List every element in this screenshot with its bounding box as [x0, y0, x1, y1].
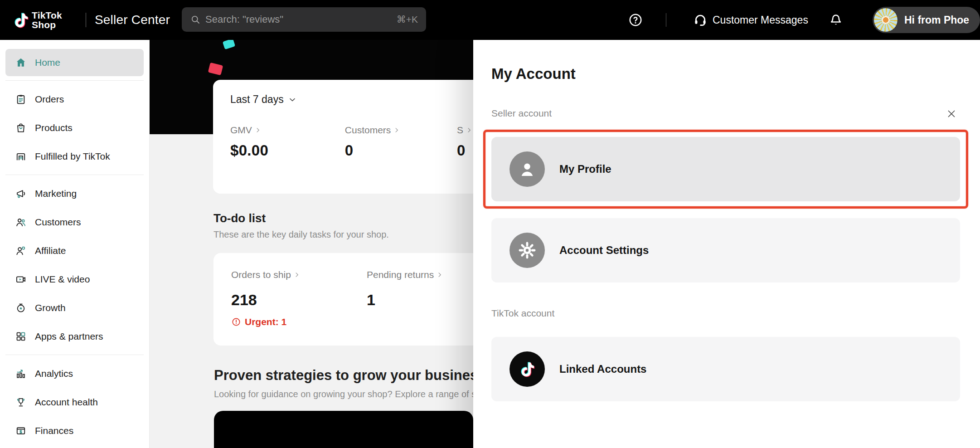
sidebar-item-label: Marketing: [35, 188, 77, 199]
profile-icon: [509, 151, 545, 187]
live-icon: [15, 273, 27, 285]
panel-item-linked-accounts[interactable]: Linked Accounts: [491, 337, 960, 401]
todo-item-pending-returns[interactable]: Pending returns1: [367, 269, 444, 346]
avatar: [873, 8, 898, 32]
todo-title: To-do list: [213, 211, 473, 225]
sidebar-item-apps-partners[interactable]: Apps & partners: [5, 322, 144, 351]
panel-body: Seller accountMy ProfileAccount Settings…: [491, 108, 960, 401]
header-divider: [86, 13, 86, 27]
sidebar-item-label: Customers: [35, 217, 81, 228]
sidebar-item-label: Analytics: [35, 368, 73, 379]
sidebar-divider: [5, 80, 144, 81]
sidebar-item-fulfilled-by-tiktok[interactable]: Fulfilled by TikTok: [5, 142, 144, 170]
metric-value: 0: [457, 142, 473, 159]
urgent-label: Urgent: 1: [245, 317, 286, 327]
sidebar-item-live-video[interactable]: LIVE & video: [5, 265, 144, 293]
analytics-icon: [15, 368, 27, 380]
overview-card: Last 7 days GMV$0.00Customers0S0: [213, 80, 473, 194]
chevron-down-icon: [287, 95, 297, 105]
strategies-subtitle: Looking for guidance on growing your sho…: [214, 389, 473, 399]
sidebar-item-products[interactable]: Products: [5, 113, 144, 142]
search-icon: [190, 14, 201, 25]
chevron-right-icon: [254, 126, 262, 134]
sidebar-item-label: LIVE & video: [35, 274, 90, 285]
sidebar-divider: [5, 175, 144, 175]
panel-item-account-settings[interactable]: Account Settings: [491, 218, 960, 282]
sidebar-item-label: Orders: [35, 94, 64, 105]
brand-line2: Shop: [32, 20, 62, 29]
marketing-icon: [15, 188, 27, 200]
sidebar-item-affiliate[interactable]: Affiliate: [5, 236, 144, 265]
my-account-panel: My Account Seller accountMy ProfileAccou…: [473, 40, 980, 448]
account-menu-button[interactable]: Hi from Phoe: [873, 7, 980, 33]
strategies-section: Proven strategies to grow your business …: [214, 367, 473, 399]
annotation-highlight: My Profile: [483, 130, 968, 209]
metrics-row: GMV$0.00Customers0S0: [230, 125, 473, 159]
greeting-label: Hi from Phoe: [904, 14, 969, 26]
orders-icon: [15, 93, 27, 105]
tiktok-shop-logo[interactable]: TikTok Shop: [12, 10, 62, 30]
metric-value: $0.00: [230, 142, 345, 159]
health-icon: [15, 396, 27, 408]
metric-customers[interactable]: Customers0: [345, 125, 457, 159]
sidebar-item-marketing[interactable]: Marketing: [5, 179, 144, 208]
metric-label: Customers: [345, 125, 391, 136]
customer-messages-button[interactable]: Customer Messages: [693, 0, 808, 40]
chevron-right-icon: [436, 271, 444, 279]
products-icon: [15, 122, 27, 134]
notifications-bell-icon[interactable]: [829, 13, 843, 27]
metric-value: 0: [345, 142, 457, 159]
chevron-right-icon: [465, 126, 473, 134]
sidebar-item-account-health[interactable]: Account health: [5, 388, 144, 416]
panel-title: My Account: [491, 65, 960, 83]
home-icon: [15, 57, 27, 68]
tiktok-icon: [509, 351, 545, 387]
close-icon[interactable]: [946, 108, 957, 120]
tiktok-note-icon: [12, 10, 30, 30]
strategies-title: Proven strategies to grow your business: [214, 367, 473, 384]
metric-gmv[interactable]: GMV$0.00: [230, 125, 345, 159]
sidebar-divider: [5, 355, 144, 355]
panel-item-my-profile[interactable]: My Profile: [491, 137, 960, 201]
customers-icon: [15, 216, 27, 228]
metric-s[interactable]: S0: [457, 125, 473, 159]
panel-item-label: Account Settings: [559, 244, 649, 257]
metric-label: GMV: [230, 125, 252, 136]
todo-item-label: Orders to ship: [231, 269, 291, 280]
alert-icon: [231, 317, 241, 327]
fulfilled-icon: [15, 151, 27, 162]
customer-messages-label: Customer Messages: [713, 14, 808, 26]
panel-item-label: Linked Accounts: [559, 363, 646, 375]
affiliate-icon: [15, 245, 27, 257]
strategies-banner[interactable]: [214, 411, 473, 448]
global-search[interactable]: ⌘+K: [182, 7, 426, 32]
sidebar-item-label: Account health: [35, 397, 98, 408]
search-input[interactable]: [205, 14, 397, 25]
sidebar-item-home[interactable]: Home: [5, 49, 144, 76]
sidebar-item-label: Affiliate: [35, 245, 66, 256]
finances-icon: [15, 425, 27, 437]
panel-section-label: Seller account: [491, 108, 960, 119]
sidebar-item-finances[interactable]: Finances: [5, 416, 144, 445]
sidebar-item-customers[interactable]: Customers: [5, 208, 144, 236]
todo-item-orders-to-ship[interactable]: Orders to ship218Urgent: 1: [231, 269, 367, 346]
sidebar-item-orders[interactable]: Orders: [5, 85, 144, 113]
sidebar-item-label: Home: [35, 57, 60, 68]
sidebar-item-growth[interactable]: Growth: [5, 293, 144, 322]
todo-section: To-do list These are the key daily tasks…: [213, 211, 473, 346]
sidebar-item-label: Fulfilled by TikTok: [35, 151, 110, 162]
gear-icon: [509, 233, 545, 268]
sidebar-item-label: Growth: [35, 302, 66, 313]
top-header: TikTok Shop Seller Center ⌘+K: [0, 0, 980, 40]
sidebar-item-label: Apps & partners: [35, 331, 103, 342]
date-range-dropdown[interactable]: Last 7 days: [230, 93, 297, 106]
apps-icon: [15, 331, 27, 342]
todo-item-label: Pending returns: [367, 269, 434, 280]
headset-icon: [693, 12, 708, 28]
header-divider-2: [666, 13, 666, 27]
sidebar-item-label: Finances: [35, 425, 73, 436]
help-icon[interactable]: [628, 12, 643, 28]
urgent-badge: Urgent: 1: [231, 317, 367, 327]
sidebar-item-analytics[interactable]: Analytics: [5, 359, 144, 388]
brand-line1: TikTok: [32, 10, 62, 20]
